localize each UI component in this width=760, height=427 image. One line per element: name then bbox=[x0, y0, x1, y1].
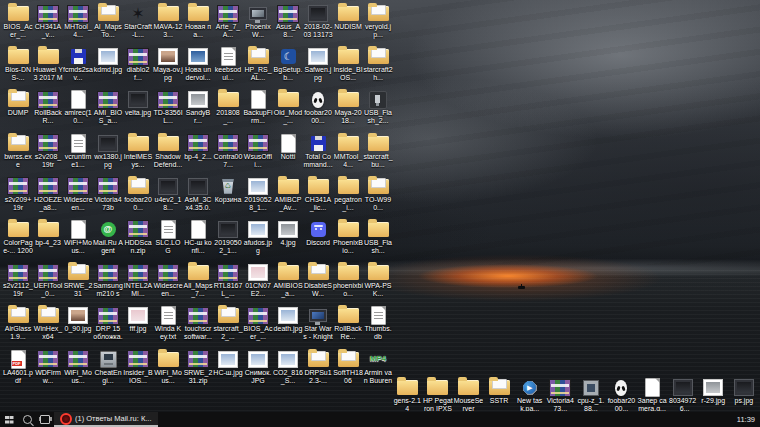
desktop-icon[interactable]: wx1380.jpg bbox=[93, 133, 123, 176]
desktop-icon[interactable]: foobar200... bbox=[123, 176, 153, 219]
desktop-icon[interactable]: r-29.jpg bbox=[698, 377, 729, 411]
desktop-icon[interactable]: INTEL2AMI... bbox=[123, 262, 153, 305]
desktop-icon[interactable]: starcraft2 h... bbox=[363, 46, 393, 89]
desktop-icon[interactable]: RollBackR... bbox=[33, 89, 63, 132]
desktop-icon[interactable]: ColorPage-... 1200XE bbox=[3, 219, 33, 262]
desktop-icon[interactable]: AirGlass1.9... bbox=[3, 305, 33, 348]
desktop-icon[interactable]: Contra007... bbox=[213, 133, 243, 176]
desktop-icon[interactable]: foobar2000... bbox=[303, 89, 333, 132]
desktop-icon[interactable]: AMI_BIOS_a... bbox=[93, 89, 123, 132]
desktop-icon[interactable]: amirec(10... bbox=[63, 89, 93, 132]
desktop-icon[interactable]: NUDISM bbox=[333, 3, 363, 46]
desktop-icon[interactable]: gens-2.14 bbox=[392, 377, 423, 411]
desktop-icon[interactable]: BackupFirm... bbox=[243, 89, 273, 132]
desktop-icon[interactable]: Armin van Buuren fe... bbox=[363, 349, 393, 392]
desktop-icon[interactable]: DisableSW... bbox=[303, 262, 333, 305]
desktop-icon[interactable]: BIOS_Acer_... bbox=[243, 305, 273, 348]
desktop-icon[interactable]: s2v2112_19r bbox=[3, 262, 33, 305]
desktop-icon[interactable]: fcmds2sav... bbox=[63, 46, 93, 89]
desktop-icon[interactable]: Inside_BIOS... bbox=[333, 46, 363, 89]
desktop-icon[interactable]: Samsung m210 se... bbox=[93, 262, 123, 305]
desktop-icon[interactable]: fff.jpg bbox=[123, 305, 153, 348]
desktop-icon[interactable]: AI_MapsTo... bbox=[93, 3, 123, 46]
desktop-icon[interactable]: RTL8167L_... bbox=[213, 262, 243, 305]
desktop-icon[interactable]: bp-4_23 bbox=[33, 219, 63, 262]
desktop-icon[interactable]: TO-W990... bbox=[363, 176, 393, 219]
desktop-icon[interactable]: keebsodul... bbox=[213, 46, 243, 89]
desktop-icon[interactable]: SRWE_231.zip bbox=[183, 349, 213, 392]
desktop-icon[interactable]: vcruntime1... bbox=[63, 133, 93, 176]
taskbar-clock[interactable]: 11:39 bbox=[732, 412, 760, 427]
desktop-icon[interactable]: ps.jpg bbox=[729, 377, 760, 411]
desktop-icon[interactable]: LA4601.pdf bbox=[3, 349, 33, 392]
desktop-icon[interactable]: CO2_816_S... bbox=[273, 349, 303, 392]
desktop-icon[interactable]: Shadow Defend... bbox=[153, 133, 183, 176]
desktop-icon[interactable]: starcraft_bu... bbox=[363, 133, 393, 176]
desktop-icon[interactable]: Asus_A8... bbox=[273, 3, 303, 46]
desktop-icon[interactable]: Нова undervol... bbox=[183, 46, 213, 89]
desktop-icon[interactable]: Star Wars - Knights ... bbox=[303, 305, 333, 348]
desktop-icon[interactable]: touchscr softwar... bbox=[183, 305, 213, 348]
desktop-icon[interactable]: Victoria473b bbox=[93, 176, 123, 219]
desktop-icon[interactable]: BIOS_Acer_... bbox=[3, 3, 33, 46]
desktop-icon[interactable]: WiFi_Mous... bbox=[153, 349, 183, 392]
desktop-icon[interactable]: HC-ш.jpg bbox=[213, 349, 243, 392]
task-view-button[interactable] bbox=[36, 412, 54, 427]
desktop-icon[interactable]: CH341A_lic... bbox=[303, 176, 333, 219]
desktop-icon[interactable]: StarCraft-L... bbox=[123, 3, 153, 46]
desktop-icon[interactable]: WinHex_x64 bbox=[33, 305, 63, 348]
desktop-icon[interactable]: Notti bbox=[273, 133, 303, 176]
desktop-icon[interactable]: SandyBr... bbox=[183, 89, 213, 132]
desktop-icon[interactable]: MouseServer bbox=[453, 377, 484, 411]
start-button[interactable] bbox=[0, 412, 18, 427]
desktop-icon[interactable]: AMIBIOS_a... bbox=[273, 262, 303, 305]
desktop-icon[interactable]: afudos.jpg bbox=[243, 219, 273, 262]
desktop-icon[interactable]: pegatron_i... bbox=[333, 176, 363, 219]
desktop-icon[interactable]: Victoria473... bbox=[545, 377, 576, 411]
desktop-icon[interactable]: u4ev2_18... bbox=[153, 176, 183, 219]
desktop-icon[interactable]: HDDScan.zip bbox=[123, 219, 153, 262]
desktop-icon[interactable]: 2018-02-03 131736(2) bbox=[303, 3, 333, 46]
desktop-icon[interactable]: AMIBCP_Av... bbox=[273, 176, 303, 219]
desktop-icon[interactable]: 01CN07E2... bbox=[243, 262, 273, 305]
desktop-icon[interactable]: 20190528_1... bbox=[243, 176, 273, 219]
desktop-icon[interactable]: death.jpg bbox=[273, 305, 303, 348]
desktop-icon[interactable]: Widescreen... bbox=[153, 262, 183, 305]
desktop-icon[interactable]: MMTool_4... bbox=[333, 133, 363, 176]
desktop-icon[interactable]: SSTR bbox=[484, 377, 515, 411]
desktop-icon[interactable]: Mail.Ru Agent bbox=[93, 219, 123, 262]
desktop-icon[interactable]: cpu-z_1.88... bbox=[576, 377, 607, 411]
desktop-icon[interactable]: Новая па... bbox=[183, 3, 213, 46]
desktop-icon[interactable]: MAVA-123... bbox=[153, 3, 183, 46]
desktop-icon[interactable]: Maya-2018... bbox=[333, 89, 363, 132]
desktop-icon[interactable]: BgSetup.b... bbox=[273, 46, 303, 89]
desktop-icon[interactable]: Thumbs.db bbox=[363, 305, 393, 348]
desktop-icon[interactable]: s2v208_19tr bbox=[33, 133, 63, 176]
desktop-icon[interactable]: veryold.jp... bbox=[363, 3, 393, 46]
desktop-icon[interactable]: SoftTH1806 bbox=[333, 349, 363, 392]
desktop-icon[interactable]: foobar2000... bbox=[606, 377, 637, 411]
desktop-icon[interactable]: s2v209+19r bbox=[3, 176, 33, 219]
desktop-icon[interactable]: MHTool_4... bbox=[63, 3, 93, 46]
desktop-icon[interactable]: DRP 15 обложка.xм bbox=[93, 305, 123, 348]
desktop-icon[interactable]: Insider_BIOS... bbox=[123, 349, 153, 392]
desktop-icon[interactable]: RollBackRe... bbox=[333, 305, 363, 348]
desktop-icon[interactable]: 201808_... bbox=[213, 89, 243, 132]
desktop-icon[interactable]: 8034972_6... bbox=[667, 377, 698, 411]
desktop-icon[interactable]: Total Command... bbox=[303, 133, 333, 176]
desktop-icon[interactable]: Bios-DNS-... bbox=[3, 46, 33, 89]
desktop-icon[interactable]: HP_RS_AL... bbox=[243, 46, 273, 89]
desktop-icon[interactable]: 20190502_1... bbox=[213, 219, 243, 262]
desktop-icon[interactable]: UEFITool_0... bbox=[33, 262, 63, 305]
desktop-icon[interactable]: All_Maps_7... bbox=[183, 262, 213, 305]
desktop-icon[interactable]: Widescreen... bbox=[63, 176, 93, 219]
desktop-icon[interactable]: SLC.LOG bbox=[153, 219, 183, 262]
desktop-icon[interactable]: PhoenixBio... bbox=[333, 219, 363, 262]
desktop-icon[interactable]: Maya-ov.jpg bbox=[153, 46, 183, 89]
desktop-icon[interactable]: starcraft_2_... bbox=[213, 305, 243, 348]
desktop-icon[interactable]: IntelMESys... bbox=[123, 133, 153, 176]
desktop-icon[interactable]: Корзина bbox=[213, 176, 243, 219]
browser-task-button[interactable]: (1) Ответы Mail.ru: К... bbox=[54, 412, 158, 427]
desktop-icon[interactable]: Old_Mod_... bbox=[273, 89, 303, 132]
desktop-icon[interactable]: CheatEngi... bbox=[93, 349, 123, 392]
